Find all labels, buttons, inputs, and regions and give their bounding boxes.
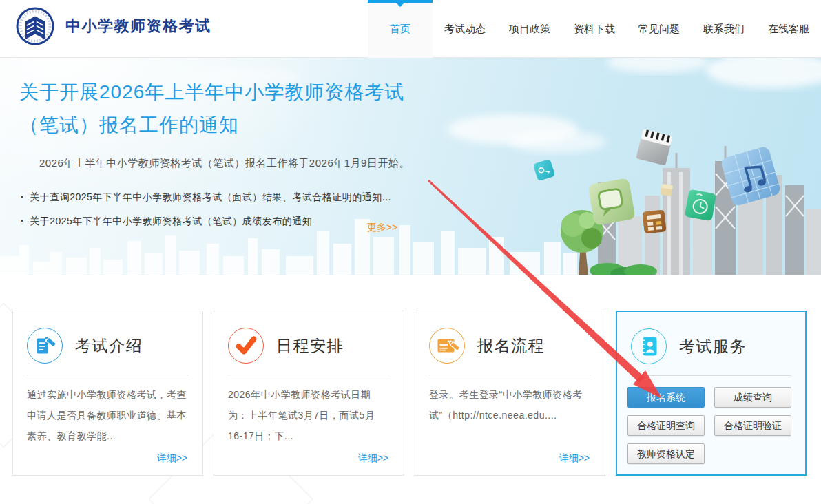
card-body-text: 2026年中小学教师资格考试日期为：上半年笔试3月7日，面试5月16-17日；下… bbox=[214, 375, 404, 446]
nav-item-faq[interactable]: 常见问题 bbox=[627, 0, 692, 58]
registration-system-button[interactable]: 报名系统 bbox=[627, 387, 705, 408]
card-exam-intro: 考试介绍 通过实施中小学教师资格考试，考查申请人是否具备教师职业道德、基本素养、… bbox=[12, 311, 203, 476]
nav-item-exam-news[interactable]: 考试动态 bbox=[433, 0, 497, 58]
certificate-query-button[interactable]: 合格证明查询 bbox=[627, 415, 705, 436]
browser-pencil-icon bbox=[429, 328, 465, 364]
note-pencil-icon bbox=[27, 328, 63, 364]
news-list: 关于查询2025年下半年中小学教师资格考试（面试）结果、考试合格证明的通知...… bbox=[21, 185, 422, 233]
detail-link-schedule[interactable]: 详细>> bbox=[358, 452, 388, 465]
small-cube bbox=[661, 184, 673, 196]
main-nav: 首页 考试动态 项目政策 资料下载 常见问题 联系我们 在线客服 bbox=[368, 0, 821, 58]
card-body-text: 通过实施中小学教师资格考试，考查申请人是否具备教师职业道德、基本素养、教育教学能… bbox=[13, 375, 202, 446]
notice-headline[interactable]: 关于开展2026年上半年中小学教师资格考试（笔试）报名工作的通知 bbox=[19, 76, 422, 142]
card-registration-process: 报名流程 登录。考生登录“中小学教师资格考试”（http://ntce.neea… bbox=[415, 311, 605, 476]
site-header: 中小学教师资格考试 首页 考试动态 项目政策 资料下载 常见问题 联系我们 在线… bbox=[0, 0, 821, 58]
speech-bubble-cube bbox=[588, 178, 636, 226]
card-schedule: 日程安排 2026年中小学教师资格考试日期为：上半年笔试3月7日，面试5月16-… bbox=[214, 311, 404, 476]
certificate-verify-button[interactable]: 合格证明验证 bbox=[714, 415, 791, 436]
news-link-interview-results[interactable]: 关于查询2025年下半年中小学教师资格考试（面试）结果、考试合格证明的通知... bbox=[21, 185, 422, 209]
clock-cube bbox=[685, 189, 716, 221]
teacher-accreditation-button[interactable]: 教师资格认定 bbox=[627, 443, 705, 464]
card-title: 报名流程 bbox=[477, 335, 545, 357]
service-buttons: 报名系统 成绩查询 合格证明查询 合格证明验证 教师资格认定 bbox=[617, 376, 805, 464]
nav-item-downloads[interactable]: 资料下载 bbox=[562, 0, 627, 58]
cards-section: 考试介绍 通过实施中小学教师资格考试，考查申请人是否具备教师职业道德、基本素养、… bbox=[0, 275, 821, 504]
card-title: 日程安排 bbox=[276, 335, 344, 357]
checkmark-icon bbox=[228, 328, 264, 364]
score-query-button[interactable]: 成绩查询 bbox=[714, 387, 791, 408]
card-title: 考试介绍 bbox=[75, 335, 143, 357]
ntce-homepage: 中小学教师资格考试 首页 考试动态 项目政策 资料下载 常见问题 联系我们 在线… bbox=[0, 0, 821, 504]
site-title: 中小学教师资格考试 bbox=[65, 16, 211, 36]
nav-item-home[interactable]: 首页 bbox=[368, 0, 433, 58]
more-link[interactable]: 更多>> bbox=[367, 222, 397, 234]
detail-link-process[interactable]: 详细>> bbox=[559, 452, 590, 465]
nav-item-contact[interactable]: 联系我们 bbox=[692, 0, 756, 58]
book-logo-icon bbox=[16, 7, 54, 45]
card-title: 考试服务 bbox=[679, 336, 747, 357]
nav-item-policies[interactable]: 项目政策 bbox=[497, 0, 562, 58]
contact-book-icon bbox=[631, 328, 667, 364]
hero-banner: 关于开展2026年上半年中小学教师资格考试（笔试）报名工作的通知 2026年上半… bbox=[0, 58, 821, 275]
notice-subtitle: 2026年上半年中小学教师资格考试（笔试）报名工作将于2026年1月9日开始。 bbox=[39, 157, 422, 170]
nav-item-online-service[interactable]: 在线客服 bbox=[756, 0, 821, 58]
site-logo[interactable]: 中小学教师资格考试 bbox=[16, 7, 211, 45]
detail-link-exam-intro[interactable]: 详细>> bbox=[157, 452, 187, 465]
calculator-cube bbox=[642, 209, 666, 233]
piano-cube bbox=[636, 129, 672, 165]
card-exam-services: 考试服务 报名系统 成绩查询 合格证明查询 合格证明验证 教师资格认定 bbox=[616, 311, 807, 476]
card-body-text: 登录。考生登录“中小学教师资格考试”（http://ntce.neea.edu.… bbox=[415, 375, 605, 426]
news-link-written-scores[interactable]: 关于2025年下半年中小学教师资格考试（笔试）成绩发布的通知 bbox=[21, 209, 422, 233]
key-cube bbox=[533, 159, 556, 182]
